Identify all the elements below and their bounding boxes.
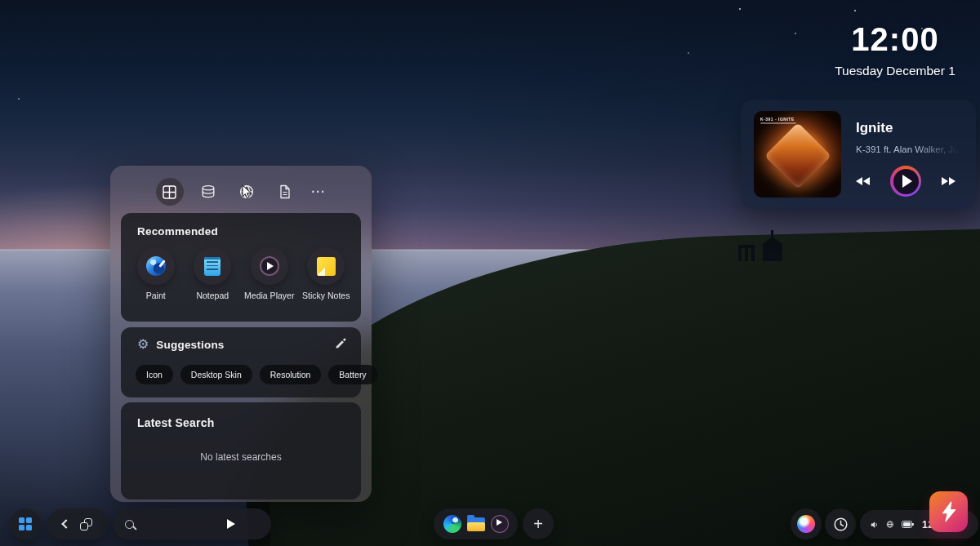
suggestions-section: ⚙ Suggestions Icon Desktop Skin Resoluti… [121, 327, 361, 397]
app-label: Notepad [196, 291, 229, 300]
nav-pill [47, 508, 108, 539]
add-pin-button[interactable]: + [523, 508, 554, 539]
clock-date: Tuesday December 1 [805, 64, 980, 78]
latest-search-section: Latest Search No latest searches [121, 402, 361, 499]
previous-track-icon[interactable] [856, 177, 870, 185]
back-icon[interactable] [61, 519, 70, 528]
latest-search-empty-message: No latest searches [121, 451, 361, 463]
recommended-apps: Paint Notepad Media Player Sticky Notes [127, 247, 354, 300]
tab-pinned-apps[interactable] [156, 178, 184, 206]
gear-icon: ⚙ [137, 338, 149, 351]
app-paint[interactable]: Paint [129, 247, 183, 300]
file-explorer-icon[interactable] [467, 517, 485, 531]
album-art: K-391 - IGNITE [754, 111, 841, 198]
chip-resolution[interactable]: Resolution [260, 365, 322, 384]
track-artist: K-391 ft. Alan Walker, Jul [856, 144, 964, 154]
layers-icon [200, 184, 216, 199]
search-bar[interactable] [113, 508, 271, 539]
network-globe-icon[interactable] [886, 519, 894, 530]
clock-widget: 12:00 Tuesday December 1 [805, 21, 980, 78]
mouse-cursor [241, 184, 253, 203]
grid-icon [162, 184, 177, 200]
music-widget: K-391 - IGNITE Ignite K-391 ft. Alan Wal… [741, 100, 976, 209]
volume-icon[interactable] [871, 520, 879, 530]
suggestion-chips: Icon Desktop Skin Resolution Battery [136, 365, 377, 384]
pencil-icon [334, 338, 346, 350]
history-button[interactable] [825, 508, 856, 539]
chip-desktop-skin[interactable]: Desktop Skin [180, 365, 252, 384]
copilot-button[interactable] [791, 508, 822, 539]
copilot-icon [797, 515, 815, 533]
app-notepad[interactable]: Notepad [185, 247, 239, 300]
tab-documents[interactable] [271, 178, 299, 206]
star [854, 10, 856, 11]
pinned-taskbar-apps [434, 508, 518, 539]
media-player-taskbar-icon[interactable] [491, 515, 509, 533]
start-button[interactable] [10, 508, 41, 539]
document-icon [278, 184, 292, 199]
recommended-title: Recommended [137, 225, 218, 237]
windows-logo-icon [19, 517, 32, 530]
play-icon [902, 175, 912, 188]
app-label: Paint [146, 291, 166, 300]
start-menu-panel: ⋯ Recommended Paint Notepad Media Player… [110, 166, 372, 502]
app-label: Media Player [244, 291, 294, 300]
edge-browser-icon[interactable] [443, 515, 461, 533]
album-diamond-art [764, 122, 831, 189]
clock-history-icon [833, 517, 849, 532]
next-track-icon[interactable] [942, 177, 956, 185]
search-cursor-icon [227, 519, 235, 529]
lightning-bolt-icon [938, 500, 960, 523]
chip-battery[interactable]: Battery [328, 365, 376, 384]
notepad-icon [204, 257, 220, 276]
paint-icon [146, 256, 166, 276]
search-icon [125, 520, 134, 529]
ellipsis-icon: ⋯ [311, 184, 325, 199]
chapel-silhouette [733, 230, 802, 268]
brand-logo [929, 491, 968, 532]
sticky-notes-icon [317, 257, 336, 276]
star [739, 8, 741, 10]
plus-icon: + [533, 515, 543, 534]
latest-search-title: Latest Search [137, 416, 214, 429]
app-media-player[interactable]: Media Player [243, 247, 296, 300]
suggestions-title: Suggestions [156, 339, 224, 351]
chip-icon[interactable]: Icon [136, 365, 173, 384]
tab-more[interactable]: ⋯ [310, 188, 327, 196]
star [18, 98, 20, 100]
recommended-section: Recommended Paint Notepad Media Player S… [121, 213, 361, 322]
playback-controls [856, 165, 956, 198]
play-button[interactable] [890, 166, 921, 197]
tab-stacks[interactable] [194, 178, 222, 206]
track-title: Ignite [856, 120, 893, 136]
battery-icon[interactable] [902, 521, 912, 528]
ruin-silhouette [738, 245, 755, 261]
app-sticky-notes[interactable]: Sticky Notes [299, 247, 353, 300]
app-label: Sticky Notes [302, 291, 350, 300]
task-view-icon[interactable] [80, 518, 92, 530]
star [795, 33, 796, 34]
album-sublabel-bar [760, 122, 796, 124]
clock-time: 12:00 [805, 21, 980, 58]
star [688, 52, 689, 54]
media-player-icon [260, 256, 279, 276]
album-label: K-391 - IGNITE [760, 117, 795, 122]
edit-suggestions-button[interactable] [334, 338, 346, 353]
